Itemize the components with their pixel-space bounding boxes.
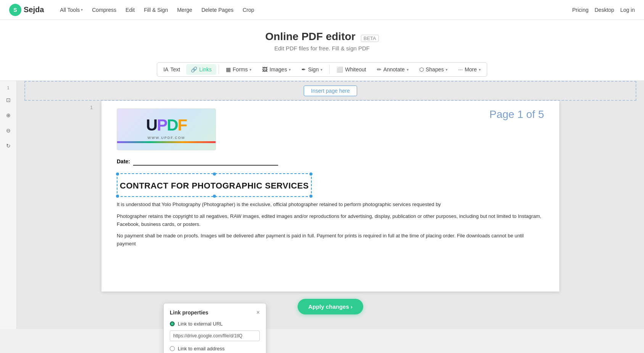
images-tool-icon: 🖼 bbox=[262, 66, 267, 73]
pdf-logo-text: UPDF bbox=[146, 116, 187, 134]
hero-section: Online PDF editor BETA Edit PDF files fo… bbox=[0, 20, 644, 58]
contract-title-selected[interactable]: CONTRACT FOR PHOTOGRAPHIC SERVICES bbox=[117, 173, 312, 197]
nav-desktop[interactable]: Desktop bbox=[594, 7, 614, 13]
chevron-down-icon: ▾ bbox=[81, 8, 83, 12]
link-url-label: Link to external URL bbox=[178, 321, 223, 327]
tool-links-button[interactable]: 🔗 Links bbox=[186, 64, 216, 75]
forms-tool-icon: ▦ bbox=[226, 66, 231, 73]
link-url-input[interactable] bbox=[170, 330, 260, 341]
resize-handle-tl[interactable] bbox=[116, 172, 119, 176]
toolbar-separator bbox=[219, 65, 219, 74]
resize-handle-tr[interactable] bbox=[309, 172, 312, 176]
zoom-fit-button[interactable]: ⊡ bbox=[3, 95, 14, 105]
contract-para-3: No payment shall be made on proofs. Imag… bbox=[117, 232, 544, 248]
tool-sign-button[interactable]: ✒ Sign ▾ bbox=[297, 64, 327, 75]
link-url-radio[interactable] bbox=[170, 321, 175, 326]
link-email-label: Link to email address bbox=[178, 346, 225, 351]
nav-merge[interactable]: Merge bbox=[173, 5, 196, 15]
page-area: 1 ⊡ ⊕ ⊖ ↻ Insert page here 1 UPDF WWW.UP… bbox=[0, 81, 644, 329]
annotate-tool-icon: ✏ bbox=[377, 66, 382, 73]
nav-edit[interactable]: Edit bbox=[122, 5, 138, 15]
chevron-down-icon: ▾ bbox=[289, 68, 291, 72]
contract-title-container: CONTRACT FOR PHOTOGRAPHIC SERVICES bbox=[117, 173, 312, 197]
apply-changes-button[interactable]: Apply changes › bbox=[298, 299, 363, 314]
toolbar-wrap: IA Text 🔗 Links ▦ Forms ▾ 🖼 Images ▾ ✒ S… bbox=[0, 58, 644, 81]
main-content: Insert page here 1 UPDF WWW.UPDF.COM Pag… bbox=[17, 81, 644, 329]
resize-handle-bl[interactable] bbox=[116, 195, 119, 198]
apply-button-wrap: Apply changes › bbox=[298, 299, 363, 314]
pdf-logo-url: WWW.UPDF.COM bbox=[148, 136, 185, 140]
link-email-radio[interactable] bbox=[170, 346, 175, 351]
tool-more-button[interactable]: ··· More ▾ bbox=[454, 64, 485, 75]
logo-icon: S bbox=[9, 4, 21, 16]
chevron-down-icon: ▾ bbox=[479, 68, 481, 72]
pdf-date-line bbox=[133, 158, 278, 166]
text-tool-icon: IA bbox=[163, 66, 168, 73]
link-properties-panel: Link properties × Link to external URL L… bbox=[163, 303, 266, 353]
pdf-logo-box: UPDF WWW.UPDF.COM bbox=[117, 108, 216, 150]
link-tool-icon: 🔗 bbox=[191, 66, 197, 73]
pdf-date-row: Date: bbox=[117, 158, 544, 166]
tool-images-button[interactable]: 🖼 Images ▾ bbox=[258, 64, 295, 75]
nav-pricing[interactable]: Pricing bbox=[572, 7, 589, 13]
pdf-logo-bar bbox=[117, 141, 216, 143]
link-panel-header: Link properties × bbox=[170, 309, 260, 316]
pdf-header: UPDF WWW.UPDF.COM Page 1 of 5 bbox=[117, 108, 544, 150]
page-number-indicator: 1 bbox=[7, 85, 9, 90]
contract-title: CONTRACT FOR PHOTOGRAPHIC SERVICES bbox=[120, 181, 309, 191]
chevron-down-icon: ▾ bbox=[446, 68, 448, 72]
pdf-page-indicator: Page 1 of 5 bbox=[388, 108, 544, 121]
nav-compress[interactable]: Compress bbox=[88, 5, 120, 15]
tool-annotate-button[interactable]: ✏ Annotate ▾ bbox=[372, 64, 413, 75]
nav-links: All Tools ▾ Compress Edit Fill & Sign Me… bbox=[56, 5, 572, 15]
nav-login[interactable]: Log in bbox=[620, 7, 635, 13]
left-sidebar: 1 ⊡ ⊕ ⊖ ↻ bbox=[0, 81, 17, 329]
link-panel-title: Link properties bbox=[170, 309, 208, 316]
resize-handle-tm[interactable] bbox=[213, 172, 216, 176]
hero-subtitle: Edit PDF files for free. Fill & sign PDF bbox=[0, 45, 644, 52]
tool-forms-button[interactable]: ▦ Forms ▾ bbox=[221, 64, 256, 75]
contract-para-2: Photographer retains the copyright to al… bbox=[117, 213, 544, 229]
nav-crop[interactable]: Crop bbox=[239, 5, 258, 15]
chevron-down-icon: ▾ bbox=[407, 68, 409, 72]
nav-right: Pricing Desktop Log in bbox=[572, 7, 635, 13]
rotate-button[interactable]: ↻ bbox=[3, 140, 14, 151]
beta-badge: BETA bbox=[361, 35, 379, 42]
pdf-date-label: Date: bbox=[117, 158, 130, 164]
toolbar: IA Text 🔗 Links ▦ Forms ▾ 🖼 Images ▾ ✒ S… bbox=[157, 62, 487, 77]
nav-all-tools[interactable]: All Tools ▾ bbox=[56, 5, 87, 15]
shapes-tool-icon: ⬡ bbox=[419, 66, 424, 73]
logo-link[interactable]: S Sejda bbox=[9, 4, 44, 16]
resize-handle-bm[interactable] bbox=[213, 195, 216, 198]
contract-para-1: It is understood that Yolo Photography (… bbox=[117, 201, 544, 209]
whiteout-tool-icon: ⬜ bbox=[336, 66, 343, 73]
toolbar-separator bbox=[329, 65, 330, 74]
resize-handle-br[interactable] bbox=[309, 195, 312, 198]
nav-delete-pages[interactable]: Delete Pages bbox=[198, 5, 237, 15]
nav-fill-sign[interactable]: Fill & Sign bbox=[140, 5, 172, 15]
hero-title: Online PDF editor BETA bbox=[265, 31, 378, 43]
zoom-out-button[interactable]: ⊖ bbox=[3, 125, 14, 136]
navbar: S Sejda All Tools ▾ Compress Edit Fill &… bbox=[0, 0, 644, 20]
pdf-page: 1 UPDF WWW.UPDF.COM Page 1 of 5 Date: bbox=[101, 101, 559, 292]
page-left-number: 1 bbox=[90, 105, 93, 110]
link-email-option: Link to email address bbox=[170, 346, 260, 351]
insert-page-bar: Insert page here bbox=[24, 81, 636, 101]
insert-page-button[interactable]: Insert page here bbox=[304, 85, 357, 96]
link-url-option: Link to external URL bbox=[170, 321, 260, 327]
chevron-down-icon: ▾ bbox=[320, 68, 322, 72]
zoom-in-button[interactable]: ⊕ bbox=[3, 110, 14, 121]
tool-shapes-button[interactable]: ⬡ Shapes ▾ bbox=[415, 64, 452, 75]
logo-name: Sejda bbox=[24, 5, 44, 14]
sign-tool-icon: ✒ bbox=[301, 66, 306, 73]
tool-text-button[interactable]: IA Text bbox=[159, 64, 185, 75]
tool-whiteout-button[interactable]: ⬜ Whiteout bbox=[332, 64, 370, 75]
chevron-down-icon: ▾ bbox=[250, 68, 251, 72]
link-panel-close-button[interactable]: × bbox=[256, 309, 260, 316]
more-tool-icon: ··· bbox=[458, 66, 463, 73]
